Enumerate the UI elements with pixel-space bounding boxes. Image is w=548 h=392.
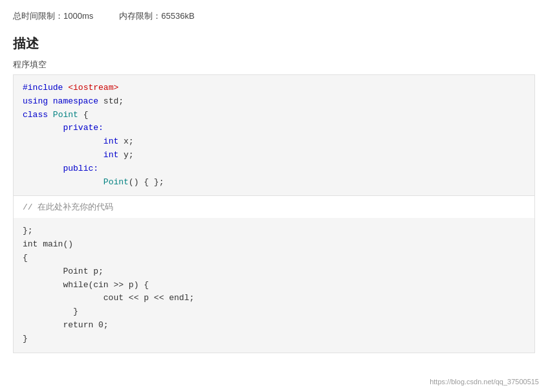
memory-limit: 内存限制：65536kB: [119, 10, 194, 22]
code-block-top[interactable]: #include <iostream> using namespace std;…: [13, 74, 535, 196]
section-title: 描述: [13, 35, 535, 52]
subsection-label: 程序填空: [13, 59, 535, 71]
time-limit: 总时间限制：1000ms: [13, 10, 93, 22]
meta-info: 总时间限制：1000ms 内存限制：65536kB: [13, 10, 535, 22]
watermark: https://blog.csdn.net/qq_37500515: [430, 378, 539, 386]
code-block-bottom[interactable]: }; int main() { Point p; while(cin >> p)…: [13, 218, 535, 353]
comment-line: // 在此处补充你的代码: [13, 196, 535, 218]
